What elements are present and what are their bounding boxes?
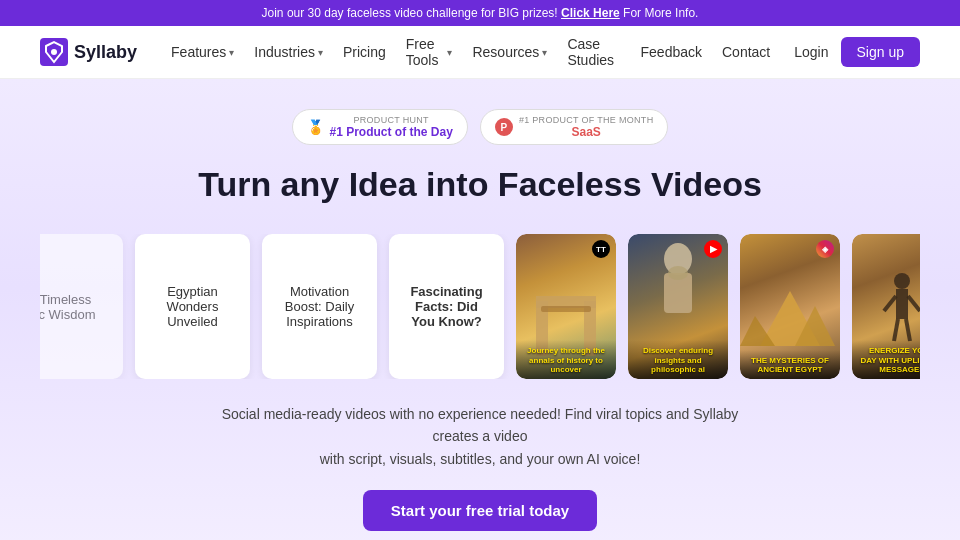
badge-label-product: #1 PRODUCT OF THE MONTH bbox=[519, 115, 654, 125]
youtube-icon: ▶ bbox=[704, 240, 722, 258]
instagram-icon: ◈ bbox=[816, 240, 834, 258]
cta-button[interactable]: Start your free trial today bbox=[363, 490, 597, 531]
card-label: Egyptian Wonders Unveiled bbox=[151, 284, 234, 329]
video-caption-4: ENERGIZE YOUR DAY WITH UPLIFTING MESSAGE… bbox=[856, 346, 920, 375]
video-thumbnail-2: Discover enduring insights and philosoph… bbox=[628, 234, 728, 379]
medal-icon: 🏅 bbox=[307, 119, 324, 135]
card-label: Fascinating Facts: Did You Know? bbox=[405, 284, 488, 329]
video-card-3: THE MYSTERIES OF ANCIENT EGYPT ◈ bbox=[740, 234, 840, 379]
chevron-down-icon: ▾ bbox=[318, 47, 323, 58]
product-month-badge: P #1 PRODUCT OF THE MONTH SaaS bbox=[480, 109, 669, 145]
nav-pricing[interactable]: Pricing bbox=[343, 44, 386, 60]
video-thumbnail-1: Journey through the annals of history to… bbox=[516, 234, 616, 379]
nav-industries[interactable]: Industries ▾ bbox=[254, 44, 323, 60]
login-button[interactable]: Login bbox=[794, 44, 828, 60]
card-label: Motivation Boost: Daily Inspirations bbox=[278, 284, 361, 329]
card-timeless: Timelessic Wisdom bbox=[40, 234, 123, 379]
nav-features[interactable]: Features ▾ bbox=[171, 44, 234, 60]
badge-value-product: SaaS bbox=[519, 125, 654, 139]
hero-title: Turn any Idea into Faceless Videos bbox=[40, 165, 920, 204]
hero-description: Social media-ready videos with no experi… bbox=[220, 403, 740, 470]
banner-link[interactable]: Click Here bbox=[561, 6, 620, 20]
svg-line-16 bbox=[908, 296, 920, 311]
nav-feedback[interactable]: Feedback bbox=[641, 44, 702, 60]
video-card-1: Journey through the annals of history to… bbox=[516, 234, 616, 379]
chevron-down-icon: ▾ bbox=[447, 47, 452, 58]
badge-content: PRODUCT HUNT #1 Product of the Day bbox=[330, 115, 453, 139]
video-cards-carousel: Timelessic Wisdom Egyptian Wonders Unvei… bbox=[40, 234, 920, 379]
nav-links: Features ▾ Industries ▾ Pricing Free Too… bbox=[171, 36, 770, 68]
badge-value-hunt: #1 Product of the Day bbox=[330, 125, 453, 139]
badge-content-product: #1 PRODUCT OF THE MONTH SaaS bbox=[519, 115, 654, 139]
cta-container: Start your free trial today You can canc… bbox=[40, 490, 920, 540]
svg-point-13 bbox=[894, 273, 910, 289]
video-thumbnail-3: THE MYSTERIES OF ANCIENT EGYPT ◈ bbox=[740, 234, 840, 379]
card-egyptian: Egyptian Wonders Unveiled bbox=[135, 234, 250, 379]
video-caption-1: Journey through the annals of history to… bbox=[520, 346, 612, 375]
award-badges: 🏅 PRODUCT HUNT #1 Product of the Day P #… bbox=[40, 109, 920, 145]
nav-case-studies[interactable]: Case Studies bbox=[567, 36, 620, 68]
card-motivation: Motivation Boost: Daily Inspirations bbox=[262, 234, 377, 379]
svg-rect-14 bbox=[896, 289, 908, 319]
banner-suffix: For More Info. bbox=[623, 6, 698, 20]
video-caption-3: THE MYSTERIES OF ANCIENT EGYPT bbox=[744, 356, 836, 375]
logo-icon bbox=[40, 38, 68, 66]
card-label: Timelessic Wisdom bbox=[40, 292, 95, 322]
video-caption-2: Discover enduring insights and philosoph… bbox=[632, 346, 724, 375]
svg-line-18 bbox=[906, 319, 910, 341]
video-thumbnail-4: ENERGIZE YOUR DAY WITH UPLIFTING MESSAGE… bbox=[852, 234, 920, 379]
nav-resources[interactable]: Resources ▾ bbox=[472, 44, 547, 60]
svg-rect-6 bbox=[541, 306, 591, 312]
chevron-down-icon: ▾ bbox=[229, 47, 234, 58]
logo[interactable]: Syllaby bbox=[40, 38, 137, 66]
video-card-4: ENERGIZE YOUR DAY WITH UPLIFTING MESSAGE… bbox=[852, 234, 920, 379]
nav-contact[interactable]: Contact bbox=[722, 44, 770, 60]
signup-button[interactable]: Sign up bbox=[841, 37, 920, 67]
tiktok-icon: TT bbox=[592, 240, 610, 258]
logo-text: Syllaby bbox=[74, 42, 137, 63]
chevron-down-icon: ▾ bbox=[542, 47, 547, 58]
badge-label-hunt: PRODUCT HUNT bbox=[330, 115, 453, 125]
hero-section: 🏅 PRODUCT HUNT #1 Product of the Day P #… bbox=[0, 79, 960, 540]
product-hunt-badge: 🏅 PRODUCT HUNT #1 Product of the Day bbox=[292, 109, 468, 145]
video-card-2: Discover enduring insights and philosoph… bbox=[628, 234, 728, 379]
navbar: Syllaby Features ▾ Industries ▾ Pricing … bbox=[0, 26, 960, 79]
svg-line-15 bbox=[884, 296, 896, 311]
banner-text: Join our 30 day faceless video challenge… bbox=[262, 6, 558, 20]
announcement-banner: Join our 30 day faceless video challenge… bbox=[0, 0, 960, 26]
svg-line-17 bbox=[894, 319, 898, 341]
product-icon: P bbox=[495, 118, 513, 136]
svg-point-2 bbox=[51, 49, 57, 55]
nav-actions: Login Sign up bbox=[794, 37, 920, 67]
nav-free-tools[interactable]: Free Tools ▾ bbox=[406, 36, 453, 68]
card-fascinating: Fascinating Facts: Did You Know? bbox=[389, 234, 504, 379]
svg-point-9 bbox=[668, 266, 688, 280]
